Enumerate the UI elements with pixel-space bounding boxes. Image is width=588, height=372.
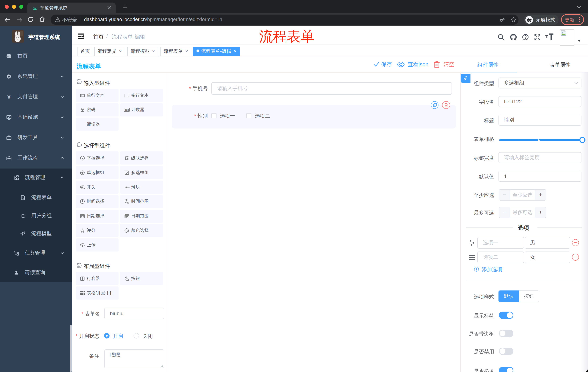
svg-text:123: 123 <box>125 108 129 111</box>
